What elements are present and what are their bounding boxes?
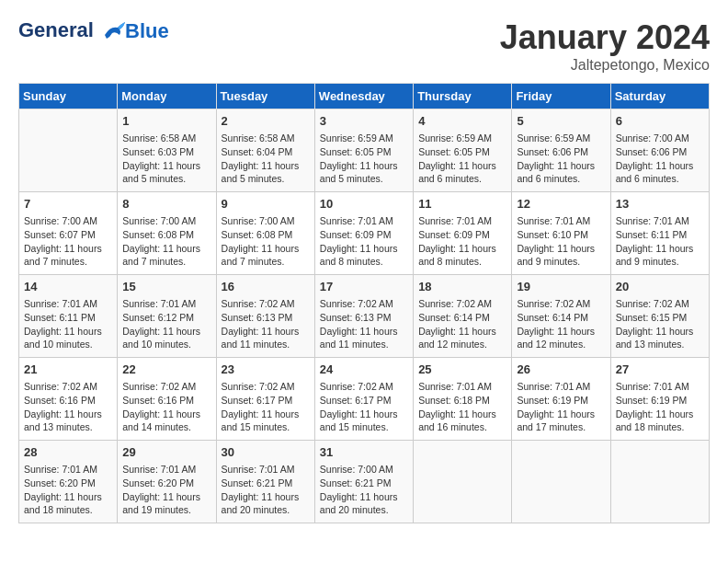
day-detail: Sunrise: 7:02 AMSunset: 6:16 PMDaylight:… bbox=[122, 380, 210, 434]
day-detail: Sunrise: 7:01 AMSunset: 6:20 PMDaylight:… bbox=[122, 463, 210, 517]
calendar-cell: 28Sunrise: 7:01 AMSunset: 6:20 PMDayligh… bbox=[19, 441, 118, 523]
day-detail: Sunrise: 7:01 AMSunset: 6:19 PMDaylight:… bbox=[616, 380, 704, 434]
calendar-cell: 30Sunrise: 7:01 AMSunset: 6:21 PMDayligh… bbox=[216, 441, 314, 523]
location-subtitle: Jaltepetongo, Mexico bbox=[500, 57, 710, 74]
day-number: 2 bbox=[222, 113, 310, 130]
calendar-cell: 9Sunrise: 7:00 AMSunset: 6:08 PMDaylight… bbox=[216, 192, 314, 275]
day-detail: Sunrise: 7:02 AMSunset: 6:17 PMDaylight:… bbox=[320, 380, 408, 434]
weekday-header-sunday: Sunday bbox=[19, 84, 118, 109]
calendar-week-row: 21Sunrise: 7:02 AMSunset: 6:16 PMDayligh… bbox=[19, 358, 710, 441]
day-detail: Sunrise: 7:02 AMSunset: 6:14 PMDaylight:… bbox=[517, 297, 605, 351]
day-number: 5 bbox=[517, 113, 605, 130]
day-number: 17 bbox=[320, 279, 408, 295]
day-detail: Sunrise: 7:00 AMSunset: 6:08 PMDaylight:… bbox=[122, 214, 210, 269]
day-detail: Sunrise: 7:01 AMSunset: 6:20 PMDaylight:… bbox=[24, 463, 112, 517]
calendar-cell: 5Sunrise: 6:59 AMSunset: 6:06 PMDaylight… bbox=[512, 109, 610, 192]
day-detail: Sunrise: 6:58 AMSunset: 6:04 PMDaylight:… bbox=[222, 132, 310, 186]
calendar-cell: 21Sunrise: 7:02 AMSunset: 6:16 PMDayligh… bbox=[19, 358, 118, 441]
logo: General Blue bbox=[18, 18, 169, 44]
calendar-cell: 12Sunrise: 7:01 AMSunset: 6:10 PMDayligh… bbox=[512, 192, 610, 275]
weekday-header-saturday: Saturday bbox=[610, 84, 709, 109]
calendar-cell bbox=[512, 441, 610, 523]
day-detail: Sunrise: 7:01 AMSunset: 6:12 PMDaylight:… bbox=[122, 297, 210, 351]
day-number: 21 bbox=[24, 362, 112, 378]
calendar-cell bbox=[610, 441, 709, 523]
weekday-header-tuesday: Tuesday bbox=[216, 84, 314, 109]
day-detail: Sunrise: 7:02 AMSunset: 6:13 PMDaylight:… bbox=[222, 297, 310, 351]
weekday-header-monday: Monday bbox=[118, 84, 216, 109]
calendar-body: 1Sunrise: 6:58 AMSunset: 6:03 PMDaylight… bbox=[19, 109, 710, 523]
day-number: 31 bbox=[320, 444, 408, 461]
weekday-header-wednesday: Wednesday bbox=[314, 84, 413, 109]
day-detail: Sunrise: 7:02 AMSunset: 6:16 PMDaylight:… bbox=[24, 380, 112, 434]
calendar-cell: 13Sunrise: 7:01 AMSunset: 6:11 PMDayligh… bbox=[610, 192, 709, 275]
calendar-cell: 26Sunrise: 7:01 AMSunset: 6:19 PMDayligh… bbox=[512, 358, 610, 441]
day-number: 10 bbox=[320, 196, 408, 213]
calendar-cell bbox=[414, 441, 512, 523]
day-number: 19 bbox=[517, 279, 605, 295]
calendar-cell: 31Sunrise: 7:00 AMSunset: 6:21 PMDayligh… bbox=[314, 441, 413, 523]
day-number: 11 bbox=[418, 196, 506, 213]
logo-text-general: General bbox=[18, 18, 94, 41]
calendar-cell: 3Sunrise: 6:59 AMSunset: 6:05 PMDaylight… bbox=[314, 109, 413, 192]
day-number: 8 bbox=[122, 196, 210, 213]
day-number: 13 bbox=[616, 196, 704, 213]
day-number: 29 bbox=[122, 444, 210, 461]
calendar-cell: 29Sunrise: 7:01 AMSunset: 6:20 PMDayligh… bbox=[118, 441, 216, 523]
day-number: 12 bbox=[517, 196, 605, 213]
day-detail: Sunrise: 6:58 AMSunset: 6:03 PMDaylight:… bbox=[122, 132, 210, 186]
calendar-week-row: 14Sunrise: 7:01 AMSunset: 6:11 PMDayligh… bbox=[19, 275, 710, 358]
weekday-header-friday: Friday bbox=[512, 84, 610, 109]
day-detail: Sunrise: 7:01 AMSunset: 6:09 PMDaylight:… bbox=[418, 214, 506, 269]
logo-bird-icon bbox=[101, 18, 127, 44]
day-number: 3 bbox=[320, 113, 408, 130]
calendar-table: SundayMondayTuesdayWednesdayThursdayFrid… bbox=[18, 83, 710, 523]
calendar-cell: 19Sunrise: 7:02 AMSunset: 6:14 PMDayligh… bbox=[512, 275, 610, 358]
day-number: 9 bbox=[222, 196, 310, 213]
day-number: 22 bbox=[122, 362, 210, 378]
day-number: 1 bbox=[122, 113, 210, 130]
day-number: 28 bbox=[24, 444, 112, 461]
day-detail: Sunrise: 7:01 AMSunset: 6:09 PMDaylight:… bbox=[320, 214, 408, 269]
day-number: 16 bbox=[222, 279, 310, 295]
day-number: 4 bbox=[418, 113, 506, 130]
day-detail: Sunrise: 7:02 AMSunset: 6:13 PMDaylight:… bbox=[320, 297, 408, 351]
day-number: 18 bbox=[418, 279, 506, 295]
day-number: 23 bbox=[222, 362, 310, 378]
calendar-title-block: January 2024 Jaltepetongo, Mexico bbox=[500, 18, 710, 74]
calendar-cell: 20Sunrise: 7:02 AMSunset: 6:15 PMDayligh… bbox=[610, 275, 709, 358]
calendar-cell: 18Sunrise: 7:02 AMSunset: 6:14 PMDayligh… bbox=[414, 275, 512, 358]
day-detail: Sunrise: 7:01 AMSunset: 6:10 PMDaylight:… bbox=[517, 214, 605, 269]
calendar-cell: 4Sunrise: 6:59 AMSunset: 6:05 PMDaylight… bbox=[414, 109, 512, 192]
calendar-cell: 11Sunrise: 7:01 AMSunset: 6:09 PMDayligh… bbox=[414, 192, 512, 275]
day-detail: Sunrise: 7:00 AMSunset: 6:07 PMDaylight:… bbox=[24, 214, 112, 269]
day-number: 30 bbox=[222, 444, 310, 461]
day-number: 20 bbox=[616, 279, 704, 295]
calendar-cell: 14Sunrise: 7:01 AMSunset: 6:11 PMDayligh… bbox=[19, 275, 118, 358]
calendar-cell: 22Sunrise: 7:02 AMSunset: 6:16 PMDayligh… bbox=[118, 358, 216, 441]
calendar-week-row: 7Sunrise: 7:00 AMSunset: 6:07 PMDaylight… bbox=[19, 192, 710, 275]
calendar-cell: 24Sunrise: 7:02 AMSunset: 6:17 PMDayligh… bbox=[314, 358, 413, 441]
calendar-cell: 1Sunrise: 6:58 AMSunset: 6:03 PMDaylight… bbox=[118, 109, 216, 192]
page-header: General Blue January 2024 Jaltepetongo, … bbox=[18, 18, 710, 74]
calendar-cell: 17Sunrise: 7:02 AMSunset: 6:13 PMDayligh… bbox=[314, 275, 413, 358]
day-detail: Sunrise: 7:02 AMSunset: 6:14 PMDaylight:… bbox=[418, 297, 506, 351]
day-detail: Sunrise: 7:01 AMSunset: 6:18 PMDaylight:… bbox=[418, 380, 506, 434]
calendar-cell: 8Sunrise: 7:00 AMSunset: 6:08 PMDaylight… bbox=[118, 192, 216, 275]
calendar-cell: 15Sunrise: 7:01 AMSunset: 6:12 PMDayligh… bbox=[118, 275, 216, 358]
calendar-cell: 7Sunrise: 7:00 AMSunset: 6:07 PMDaylight… bbox=[19, 192, 118, 275]
calendar-cell: 2Sunrise: 6:58 AMSunset: 6:04 PMDaylight… bbox=[216, 109, 314, 192]
calendar-cell: 25Sunrise: 7:01 AMSunset: 6:18 PMDayligh… bbox=[414, 358, 512, 441]
day-number: 15 bbox=[122, 279, 210, 295]
day-detail: Sunrise: 7:02 AMSunset: 6:17 PMDaylight:… bbox=[222, 380, 310, 434]
day-detail: Sunrise: 7:00 AMSunset: 6:06 PMDaylight:… bbox=[616, 132, 704, 186]
day-number: 7 bbox=[24, 196, 112, 213]
day-detail: Sunrise: 7:01 AMSunset: 6:21 PMDaylight:… bbox=[222, 463, 310, 517]
day-detail: Sunrise: 7:00 AMSunset: 6:08 PMDaylight:… bbox=[222, 214, 310, 269]
logo-text-blue: Blue bbox=[125, 19, 169, 42]
calendar-cell: 6Sunrise: 7:00 AMSunset: 6:06 PMDaylight… bbox=[610, 109, 709, 192]
day-number: 6 bbox=[616, 113, 704, 130]
calendar-cell: 27Sunrise: 7:01 AMSunset: 6:19 PMDayligh… bbox=[610, 358, 709, 441]
calendar-cell bbox=[19, 109, 118, 192]
calendar-week-row: 28Sunrise: 7:01 AMSunset: 6:20 PMDayligh… bbox=[19, 441, 710, 523]
